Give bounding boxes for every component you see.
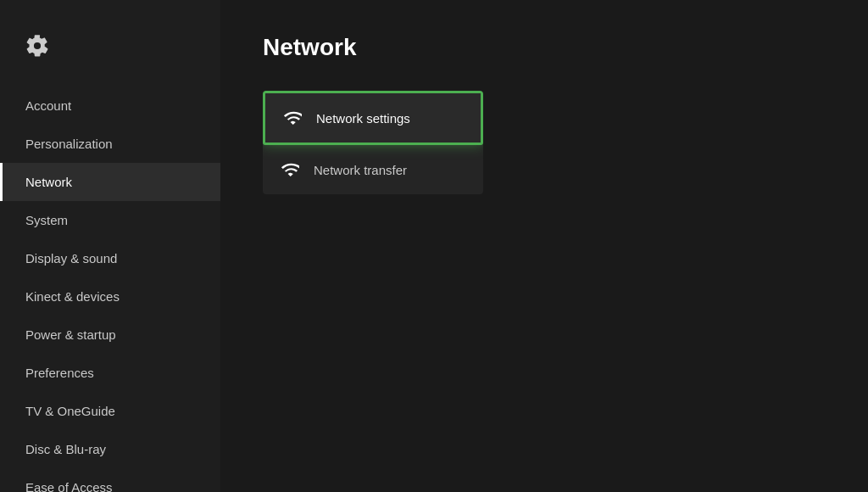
sidebar-item-network[interactable]: Network [0,163,220,201]
sidebar-item-system[interactable]: System [0,201,220,239]
sidebar-item-display-sound[interactable]: Display & sound [0,239,220,277]
wifi-settings-icon [282,109,303,127]
sidebar-item-personalization[interactable]: Personalization [0,125,220,163]
sidebar-item-preferences[interactable]: Preferences [0,354,220,392]
sidebar-navigation: Account Personalization Network System D… [0,87,220,492]
sidebar-item-power-startup[interactable]: Power & startup [0,316,220,354]
main-content: Network Network settings Network transfe… [220,0,868,492]
page-title: Network [263,34,826,61]
menu-item-network-settings[interactable]: Network settings [263,91,483,145]
sidebar: Account Personalization Network System D… [0,0,220,492]
network-menu-panel: Network settings Network transfer [263,91,483,194]
menu-item-network-transfer-label: Network transfer [314,163,407,177]
sidebar-item-tv-oneguide[interactable]: TV & OneGuide [0,392,220,430]
sidebar-item-ease-access[interactable]: Ease of Access [0,468,220,492]
wifi-transfer-icon [280,160,300,179]
menu-item-network-transfer[interactable]: Network transfer [263,145,483,194]
settings-gear-icon[interactable] [0,25,220,87]
sidebar-item-account[interactable]: Account [0,87,220,125]
sidebar-item-disc-bluray[interactable]: Disc & Blu-ray [0,430,220,468]
sidebar-item-kinect-devices[interactable]: Kinect & devices [0,277,220,316]
menu-item-network-settings-label: Network settings [316,111,410,126]
